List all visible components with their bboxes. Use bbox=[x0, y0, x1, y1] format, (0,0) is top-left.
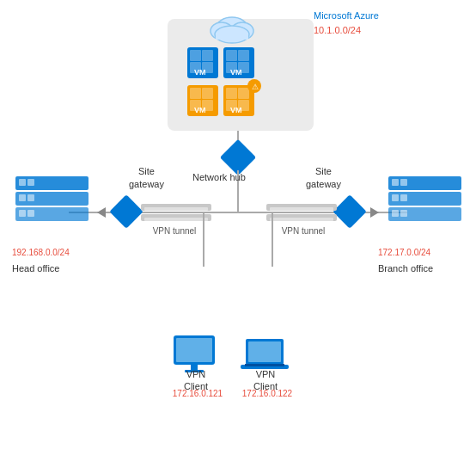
svg-rect-61 bbox=[388, 207, 461, 221]
svg-rect-54 bbox=[27, 179, 34, 186]
svg-rect-50 bbox=[15, 176, 88, 190]
svg-rect-24 bbox=[223, 85, 254, 116]
svg-rect-41 bbox=[141, 214, 211, 221]
svg-rect-43 bbox=[144, 218, 208, 221]
svg-rect-15 bbox=[226, 62, 237, 73]
svg-rect-42 bbox=[144, 207, 208, 211]
svg-rect-7 bbox=[190, 50, 201, 61]
branch-office-label: Branch office bbox=[378, 263, 433, 274]
svg-point-30 bbox=[247, 79, 261, 93]
svg-rect-27 bbox=[226, 100, 237, 111]
svg-rect-10 bbox=[202, 62, 213, 73]
svg-rect-51 bbox=[15, 192, 88, 206]
svg-rect-8 bbox=[202, 50, 213, 61]
head-office-ip: 192.168.0.0/24 bbox=[12, 248, 70, 257]
svg-rect-40 bbox=[141, 204, 211, 211]
svg-rect-67 bbox=[400, 210, 407, 217]
svg-point-3 bbox=[231, 22, 253, 40]
svg-rect-26 bbox=[238, 88, 249, 99]
svg-rect-22 bbox=[202, 100, 213, 111]
diagram-svg: VM VM VM VM ⚠ bbox=[0, 0, 476, 449]
svg-rect-57 bbox=[19, 210, 26, 217]
svg-rect-59 bbox=[388, 176, 461, 190]
svg-rect-13 bbox=[226, 50, 237, 61]
vpn-client-right-ip: 172.16.0.122 bbox=[239, 389, 296, 398]
network-diagram: VM VM VM VM ⚠ bbox=[0, 0, 476, 449]
svg-marker-37 bbox=[97, 207, 106, 218]
svg-rect-14 bbox=[238, 50, 249, 61]
svg-rect-63 bbox=[400, 179, 407, 186]
svg-text:VM: VM bbox=[194, 68, 206, 77]
svg-rect-5 bbox=[216, 33, 248, 40]
svg-text:VM: VM bbox=[230, 106, 242, 114]
svg-rect-46 bbox=[270, 207, 333, 211]
site-gateway-left-label: Site gateway bbox=[129, 165, 164, 192]
svg-marker-39 bbox=[370, 207, 379, 218]
svg-rect-25 bbox=[226, 88, 237, 99]
svg-text:VM: VM bbox=[230, 68, 242, 77]
svg-rect-52 bbox=[15, 207, 88, 221]
svg-rect-55 bbox=[19, 194, 26, 201]
svg-rect-73 bbox=[248, 341, 281, 362]
svg-rect-9 bbox=[190, 62, 201, 73]
svg-rect-33 bbox=[220, 139, 256, 175]
svg-rect-69 bbox=[176, 338, 212, 362]
svg-rect-56 bbox=[27, 194, 34, 201]
svg-point-1 bbox=[217, 17, 247, 38]
svg-text:VM: VM bbox=[194, 106, 206, 114]
branch-office-ip: 172.17.0.0/24 bbox=[378, 248, 430, 257]
svg-point-4 bbox=[215, 26, 249, 43]
svg-point-2 bbox=[211, 22, 233, 40]
site-gateway-right-label: Site gateway bbox=[306, 165, 341, 192]
svg-rect-12 bbox=[223, 47, 254, 78]
svg-rect-68 bbox=[174, 335, 215, 365]
svg-rect-20 bbox=[202, 88, 213, 99]
svg-rect-6 bbox=[187, 47, 218, 78]
svg-rect-16 bbox=[238, 62, 249, 73]
vpn-tunnel-right-label: VPN tunnel bbox=[268, 226, 339, 236]
svg-rect-53 bbox=[19, 179, 26, 186]
svg-rect-45 bbox=[266, 214, 337, 221]
svg-rect-47 bbox=[270, 218, 333, 221]
network-hub-label: Network hub bbox=[192, 172, 246, 182]
svg-rect-60 bbox=[388, 192, 461, 206]
svg-rect-72 bbox=[246, 339, 284, 365]
svg-rect-18 bbox=[187, 85, 218, 116]
svg-rect-66 bbox=[392, 210, 399, 217]
svg-rect-64 bbox=[392, 194, 399, 201]
svg-rect-21 bbox=[190, 100, 201, 111]
svg-rect-0 bbox=[168, 19, 314, 131]
vpn-tunnel-left-label: VPN tunnel bbox=[139, 226, 210, 236]
vpn-client-left-ip: 172.16.0.121 bbox=[169, 389, 226, 398]
azure-label: Microsoft Azure 10.1.0.0/24 bbox=[314, 9, 379, 37]
svg-text:⚠: ⚠ bbox=[252, 83, 259, 91]
svg-rect-19 bbox=[190, 88, 201, 99]
svg-rect-36 bbox=[109, 194, 143, 229]
svg-rect-65 bbox=[400, 194, 407, 201]
svg-rect-58 bbox=[27, 210, 34, 217]
head-office-label: Head office bbox=[12, 263, 59, 274]
svg-rect-75 bbox=[245, 364, 284, 366]
svg-rect-44 bbox=[266, 204, 337, 211]
svg-rect-28 bbox=[238, 100, 249, 111]
svg-rect-62 bbox=[392, 179, 399, 186]
svg-rect-38 bbox=[333, 194, 367, 229]
